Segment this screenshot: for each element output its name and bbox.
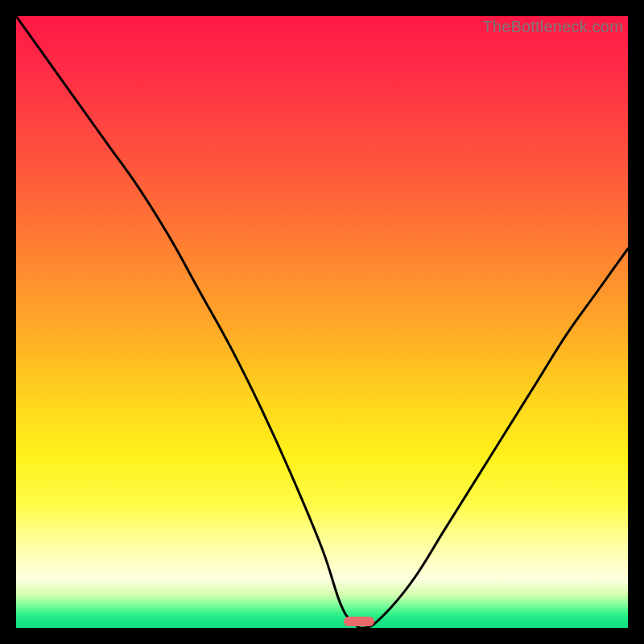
chart-plot-area: TheBottleneck.com: [16, 16, 628, 628]
bottleneck-curve: [16, 16, 628, 628]
watermark-label: TheBottleneck.com: [482, 18, 623, 36]
curve-path: [16, 16, 628, 628]
optimum-marker: [344, 617, 374, 626]
chart-frame: TheBottleneck.com: [0, 0, 644, 644]
